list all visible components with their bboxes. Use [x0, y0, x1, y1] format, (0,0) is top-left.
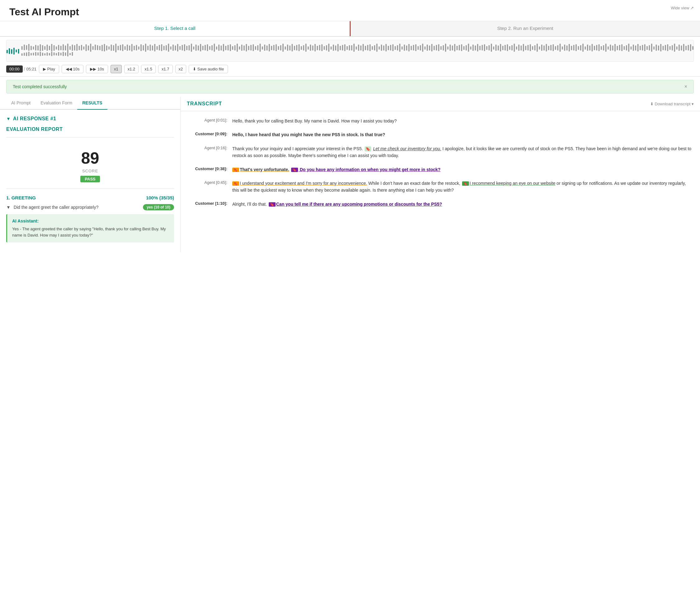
- svg-rect-93: [214, 44, 215, 52]
- svg-rect-129: [296, 45, 297, 50]
- collapse-icon[interactable]: ▼: [6, 116, 11, 121]
- score-number: 89: [6, 149, 174, 167]
- svg-rect-21: [49, 46, 50, 50]
- svg-rect-317: [674, 44, 675, 52]
- svg-rect-269: [564, 44, 566, 51]
- svg-rect-121: [278, 46, 279, 50]
- svg-rect-256: [534, 45, 536, 50]
- waveform: // This will be rendered as SVG inline: [6, 40, 694, 62]
- svg-rect-57: [131, 44, 133, 51]
- rewind-button[interactable]: ◀◀ 10s: [62, 65, 84, 73]
- svg-rect-175: [72, 52, 73, 56]
- transcript-speaker: Customer [0:38]:: [187, 166, 227, 173]
- greeting-section: 1. GREETING 100% (35/35) ▼ Did the agent…: [6, 195, 174, 242]
- section-header-greeting: 1. GREETING 100% (35/35): [6, 195, 174, 200]
- svg-rect-104: [239, 46, 240, 49]
- svg-rect-223: [459, 45, 460, 50]
- svg-rect-82: [189, 45, 190, 50]
- banner-close-button[interactable]: ×: [684, 84, 687, 89]
- transcript-title: TRANSCRIPT: [187, 101, 222, 107]
- transcript-speaker: Agent [0:01]:: [187, 118, 227, 124]
- svg-rect-194: [392, 44, 394, 51]
- svg-rect-171: [63, 52, 64, 56]
- tab-evaluation-form[interactable]: Evaluation Form: [35, 96, 77, 110]
- forward-button[interactable]: ▶▶ 10s: [86, 65, 108, 73]
- speed-x1-7-button[interactable]: x1.7: [158, 65, 173, 73]
- svg-rect-141: [324, 46, 325, 50]
- svg-rect-128: [294, 46, 295, 50]
- transcript-speaker: Customer [0:09]:: [187, 131, 227, 138]
- wide-view-button[interactable]: Wide view ↗: [671, 6, 694, 10]
- svg-rect-23: [54, 45, 55, 51]
- svg-rect-197: [399, 44, 400, 52]
- svg-rect-118: [271, 46, 272, 50]
- svg-rect-131: [301, 46, 302, 50]
- audio-section: // This will be rendered as SVG inline: [0, 37, 700, 77]
- svg-rect-168: [56, 53, 57, 55]
- svg-rect-16: [37, 45, 39, 50]
- svg-rect-298: [631, 46, 632, 49]
- svg-rect-318: [676, 46, 678, 49]
- svg-rect-308: [653, 46, 655, 49]
- bookmark-icon: 🔖: [365, 147, 371, 152]
- speed-x1-2-button[interactable]: x1.2: [124, 65, 139, 73]
- svg-rect-73: [168, 44, 169, 52]
- svg-rect-281: [592, 44, 593, 51]
- step-1[interactable]: Step 1. Select a call: [0, 21, 350, 36]
- save-audio-button[interactable]: ⬇ Save audio file: [189, 65, 228, 73]
- transcript-header: TRANSCRIPT ⬇ Download transcript ▾: [181, 96, 700, 111]
- play-button[interactable]: ▶ Play: [39, 65, 59, 73]
- svg-rect-241: [500, 44, 501, 51]
- svg-rect-211: [431, 44, 432, 51]
- svg-rect-156: [28, 52, 30, 56]
- svg-rect-25: [58, 45, 59, 50]
- svg-rect-286: [603, 45, 604, 50]
- svg-rect-309: [656, 44, 657, 51]
- svg-rect-232: [479, 46, 480, 50]
- tab-results[interactable]: RESULTS: [77, 96, 107, 110]
- svg-rect-27: [63, 44, 64, 50]
- svg-rect-49: [113, 45, 114, 51]
- svg-rect-184: [370, 44, 371, 51]
- question-collapse-icon[interactable]: ▼: [6, 205, 11, 210]
- svg-rect-106: [244, 45, 245, 50]
- svg-rect-311: [660, 44, 661, 51]
- svg-rect-195: [394, 46, 396, 50]
- svg-rect-314: [667, 44, 668, 51]
- ai-response-header: ▼ AI RESPONSE #1: [6, 116, 174, 122]
- svg-rect-187: [376, 44, 378, 52]
- svg-rect-72: [166, 45, 167, 50]
- green-highlighted-text: I recommend keeping an eye on our websit…: [469, 181, 556, 186]
- svg-rect-263: [550, 45, 552, 50]
- svg-rect-166: [51, 52, 52, 56]
- speed-x2-button[interactable]: x2: [175, 65, 187, 73]
- svg-rect-275: [578, 46, 579, 50]
- orange-bookmark-icon: 🔖: [232, 181, 239, 186]
- svg-rect-160: [37, 52, 39, 55]
- svg-rect-127: [292, 44, 293, 51]
- svg-rect-289: [610, 44, 611, 51]
- svg-rect-84: [193, 46, 194, 49]
- svg-rect-297: [628, 44, 629, 52]
- score-label: SCORE: [6, 169, 174, 173]
- tab-ai-prompt[interactable]: AI Prompt: [6, 96, 35, 110]
- download-transcript-button[interactable]: ⬇ Download transcript ▾: [650, 102, 694, 106]
- svg-rect-285: [601, 46, 602, 50]
- speed-x1-button[interactable]: x1: [110, 65, 122, 73]
- svg-rect-125: [287, 44, 288, 51]
- step-2[interactable]: Step 2. Run an Experiment: [351, 21, 700, 36]
- svg-rect-79: [182, 45, 183, 50]
- svg-rect-162: [42, 53, 43, 56]
- svg-rect-270: [567, 45, 568, 50]
- svg-rect-56: [129, 45, 130, 50]
- svg-rect-165: [49, 53, 50, 55]
- svg-rect-58: [133, 46, 135, 50]
- svg-rect-254: [530, 44, 531, 51]
- svg-rect-215: [440, 46, 441, 50]
- speed-x1-5-button[interactable]: x1.5: [141, 65, 156, 73]
- transcript-text: Alright, I'll do that. 🔖Can you tell me …: [232, 201, 694, 208]
- svg-rect-300: [635, 45, 636, 50]
- transcript-speaker: Agent [0:45]:: [187, 180, 227, 194]
- svg-rect-236: [488, 45, 490, 50]
- svg-rect-230: [475, 45, 476, 50]
